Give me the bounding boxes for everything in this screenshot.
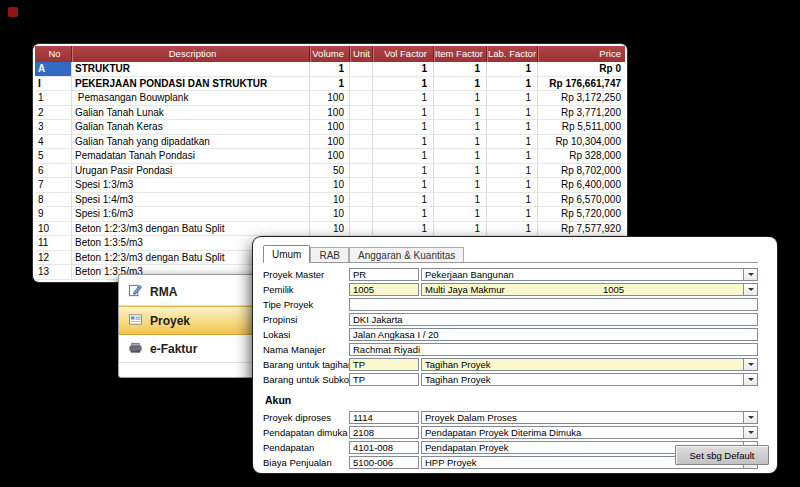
cell-no[interactable]: 8 (35, 193, 72, 208)
cell-no[interactable]: 11 (35, 236, 72, 251)
table-row[interactable]: 7Spesi 1:3/m310111Rp 6,400,000 (35, 178, 625, 193)
cell-item_factor[interactable]: 1 (434, 149, 487, 164)
cell-vol_factor[interactable]: 1 (373, 178, 434, 193)
cell-lab_factor[interactable]: 1 (487, 62, 538, 77)
text-input[interactable]: Rachmat Riyadi (349, 343, 758, 356)
column-header-item_factor[interactable]: Item Factor (434, 46, 487, 62)
cell-lab_factor[interactable]: 1 (487, 164, 538, 179)
cell-item_factor[interactable]: 1 (434, 106, 487, 121)
cell-item_factor[interactable]: 1 (434, 120, 487, 135)
cell-description[interactable]: Beton 1:2:3/m3 dengan Batu Split (72, 222, 310, 237)
cell-unit[interactable] (350, 193, 373, 208)
cell-unit[interactable] (350, 91, 373, 106)
chevron-down-icon[interactable] (743, 359, 757, 370)
column-header-description[interactable]: Description (72, 46, 310, 62)
column-header-no[interactable]: No (35, 46, 72, 62)
cell-description[interactable]: Urugan Pasir Pondasi (72, 164, 310, 179)
code-input[interactable]: 1114 (349, 411, 419, 424)
cell-no[interactable]: 5 (35, 149, 72, 164)
cell-volume[interactable]: 100 (310, 135, 350, 150)
cell-no[interactable]: 9 (35, 207, 72, 222)
combo-box[interactable]: Pendapatan Proyek Diterima Dimuka (421, 426, 758, 439)
cell-volume[interactable]: 100 (310, 106, 350, 121)
cell-description[interactable]: Spesi 1:6/m3 (72, 207, 310, 222)
cell-vol_factor[interactable]: 1 (373, 207, 434, 222)
cell-volume[interactable]: 1 (310, 77, 350, 92)
cell-no[interactable]: 7 (35, 178, 72, 193)
cell-description[interactable]: Pemasangan Bouwplank (72, 91, 310, 106)
cell-price[interactable]: Rp 5,511,000 (538, 120, 625, 135)
cell-price[interactable]: Rp 6,400,000 (538, 178, 625, 193)
cell-lab_factor[interactable]: 1 (487, 91, 538, 106)
cell-price[interactable]: Rp 176,661,747 (538, 77, 625, 92)
cell-description[interactable]: Pemadatan Tanah Pondasi (72, 149, 310, 164)
table-row[interactable]: 1 Pemasangan Bouwplank100111Rp 3,172,250 (35, 91, 625, 106)
cell-unit[interactable] (350, 149, 373, 164)
cell-vol_factor[interactable]: 1 (373, 149, 434, 164)
cell-vol_factor[interactable]: 1 (373, 135, 434, 150)
cell-no[interactable]: 6 (35, 164, 72, 179)
cell-no[interactable]: 2 (35, 106, 72, 121)
cell-item_factor[interactable]: 1 (434, 178, 487, 193)
cell-unit[interactable] (350, 135, 373, 150)
chevron-down-icon[interactable] (743, 412, 757, 423)
cell-no[interactable]: 3 (35, 120, 72, 135)
code-input[interactable]: 4101-008 (349, 441, 419, 454)
column-header-price[interactable]: Price (538, 46, 625, 62)
cell-price[interactable]: Rp 10,304,000 (538, 135, 625, 150)
cell-vol_factor[interactable]: 1 (373, 164, 434, 179)
table-row[interactable]: 2Galian Tanah Lunak100111Rp 3,771,200 (35, 106, 625, 121)
cell-lab_factor[interactable]: 1 (487, 149, 538, 164)
combo-box[interactable]: Tagihan Proyek (421, 373, 758, 386)
cell-item_factor[interactable]: 1 (434, 207, 487, 222)
text-input[interactable] (349, 298, 758, 311)
cell-vol_factor[interactable]: 1 (373, 91, 434, 106)
code-input[interactable]: TP (349, 373, 419, 386)
table-row[interactable]: 6Urugan Pasir Pondasi50111Rp 8,702,000 (35, 164, 625, 179)
code-input[interactable]: 2108 (349, 426, 419, 439)
table-row[interactable]: ASTRUKTUR1111Rp 0 (35, 62, 625, 77)
cell-vol_factor[interactable]: 1 (373, 106, 434, 121)
cell-no[interactable]: A (35, 62, 72, 77)
cell-price[interactable]: Rp 3,771,200 (538, 106, 625, 121)
cell-price[interactable]: Rp 328,000 (538, 149, 625, 164)
text-input[interactable]: Jalan Angkasa I / 20 (349, 328, 758, 341)
cell-description[interactable]: STRUKTUR (72, 62, 310, 77)
cell-description[interactable]: Galian Tanah yang dipadatkan (72, 135, 310, 150)
cell-volume[interactable]: 10 (310, 222, 350, 237)
cell-unit[interactable] (350, 222, 373, 237)
table-row[interactable]: 3Galian Tanah Keras100111Rp 5,511,000 (35, 120, 625, 135)
combo-box[interactable]: Proyek Dalam Proses (421, 411, 758, 424)
cell-lab_factor[interactable]: 1 (487, 106, 538, 121)
chevron-down-icon[interactable] (743, 374, 757, 385)
chevron-down-icon[interactable] (743, 269, 757, 280)
code-input[interactable]: PR (349, 268, 419, 281)
cell-lab_factor[interactable]: 1 (487, 135, 538, 150)
code-input[interactable]: 1005 (349, 283, 419, 296)
table-row[interactable]: 9Spesi 1:6/m310111Rp 5,720,000 (35, 207, 625, 222)
table-row[interactable]: IPEKERJAAN PONDASI DAN STRUKTUR1111Rp 17… (35, 77, 625, 92)
cell-item_factor[interactable]: 1 (434, 135, 487, 150)
cell-volume[interactable]: 10 (310, 178, 350, 193)
cell-unit[interactable] (350, 106, 373, 121)
cell-description[interactable]: Galian Tanah Lunak (72, 106, 310, 121)
cell-unit[interactable] (350, 62, 373, 77)
tab-umum[interactable]: Umum (263, 245, 310, 263)
cell-vol_factor[interactable]: 1 (373, 222, 434, 237)
cell-unit[interactable] (350, 207, 373, 222)
tab-anggaran-kuantitas[interactable]: Anggaran & Kuantitas (349, 247, 464, 262)
cell-price[interactable]: Rp 8,702,000 (538, 164, 625, 179)
cell-no[interactable]: 10 (35, 222, 72, 237)
column-header-volume[interactable]: Volume (310, 46, 350, 62)
cell-volume[interactable]: 1 (310, 62, 350, 77)
table-row[interactable]: 5Pemadatan Tanah Pondasi100111Rp 328,000 (35, 149, 625, 164)
cell-item_factor[interactable]: 1 (434, 222, 487, 237)
set-default-button[interactable]: Set sbg Default (675, 445, 769, 465)
table-row[interactable]: 8Spesi 1:4/m310111Rp 6,570,000 (35, 193, 625, 208)
combo-box[interactable]: Pekerjaan Bangunan (421, 268, 758, 281)
cell-item_factor[interactable]: 1 (434, 193, 487, 208)
cell-volume[interactable]: 100 (310, 149, 350, 164)
cell-volume[interactable]: 50 (310, 164, 350, 179)
table-row[interactable]: 4Galian Tanah yang dipadatkan100111Rp 10… (35, 135, 625, 150)
cell-lab_factor[interactable]: 1 (487, 207, 538, 222)
